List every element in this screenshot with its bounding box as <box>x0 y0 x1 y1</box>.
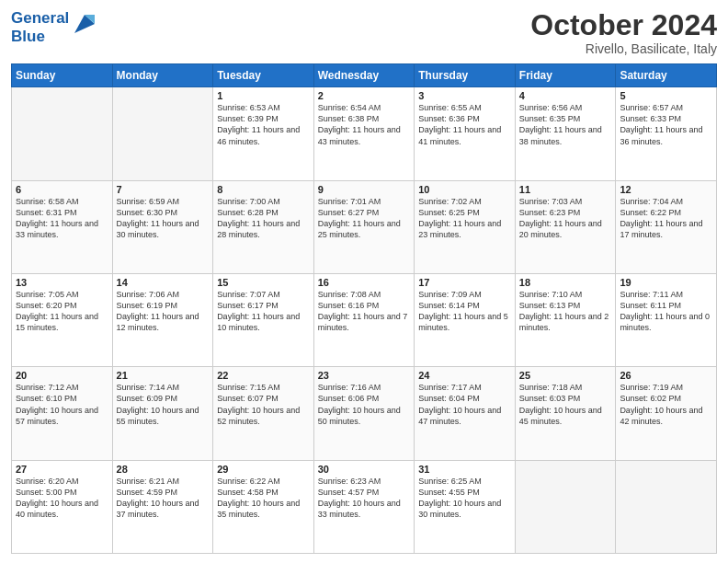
calendar-table: SundayMondayTuesdayWednesdayThursdayFrid… <box>11 63 717 554</box>
day-number: 11 <box>519 184 612 195</box>
day-info: Sunrise: 7:15 AM Sunset: 6:07 PM Dayligh… <box>217 382 310 427</box>
day-number: 19 <box>620 277 712 288</box>
logo-general: General <box>11 9 69 28</box>
day-number: 7 <box>117 184 210 195</box>
day-info: Sunrise: 7:00 AM Sunset: 6:28 PM Dayligh… <box>217 196 310 241</box>
calendar-cell: 13Sunrise: 7:05 AM Sunset: 6:20 PM Dayli… <box>12 273 113 366</box>
day-info: Sunrise: 7:09 AM Sunset: 6:14 PM Dayligh… <box>418 289 511 334</box>
calendar-cell <box>112 87 213 180</box>
calendar-cell <box>616 460 717 553</box>
day-number: 14 <box>117 277 210 288</box>
col-header-saturday: Saturday <box>616 64 717 87</box>
calendar-cell: 3Sunrise: 6:55 AM Sunset: 6:36 PM Daylig… <box>415 87 516 180</box>
calendar-week-3: 13Sunrise: 7:05 AM Sunset: 6:20 PM Dayli… <box>12 273 717 366</box>
logo-icon <box>73 11 97 40</box>
calendar-cell: 16Sunrise: 7:08 AM Sunset: 6:16 PM Dayli… <box>313 273 415 366</box>
calendar-week-5: 27Sunrise: 6:20 AM Sunset: 5:00 PM Dayli… <box>12 460 717 553</box>
calendar-cell: 30Sunrise: 6:23 AM Sunset: 4:57 PM Dayli… <box>313 460 415 553</box>
day-number: 8 <box>217 184 310 195</box>
calendar-cell: 22Sunrise: 7:15 AM Sunset: 6:07 PM Dayli… <box>213 367 314 460</box>
day-number: 18 <box>519 277 612 288</box>
day-info: Sunrise: 7:03 AM Sunset: 6:23 PM Dayligh… <box>519 196 612 241</box>
calendar-cell: 15Sunrise: 7:07 AM Sunset: 6:17 PM Dayli… <box>213 273 314 366</box>
calendar-cell: 4Sunrise: 6:56 AM Sunset: 6:35 PM Daylig… <box>515 87 616 180</box>
calendar-cell: 11Sunrise: 7:03 AM Sunset: 6:23 PM Dayli… <box>515 180 616 273</box>
day-info: Sunrise: 7:06 AM Sunset: 6:19 PM Dayligh… <box>117 289 210 334</box>
calendar-cell: 9Sunrise: 7:01 AM Sunset: 6:27 PM Daylig… <box>313 180 415 273</box>
day-number: 28 <box>117 464 210 475</box>
day-info: Sunrise: 7:17 AM Sunset: 6:04 PM Dayligh… <box>418 382 511 427</box>
col-header-friday: Friday <box>515 64 616 87</box>
location: Rivello, Basilicate, Italy <box>530 41 717 56</box>
day-info: Sunrise: 7:10 AM Sunset: 6:13 PM Dayligh… <box>519 289 612 334</box>
day-number: 4 <box>519 90 612 101</box>
page: General Blue October 2024 Rivello, Basil… <box>0 0 728 563</box>
day-info: Sunrise: 6:55 AM Sunset: 6:36 PM Dayligh… <box>418 102 511 147</box>
day-info: Sunrise: 6:54 AM Sunset: 6:38 PM Dayligh… <box>318 102 411 147</box>
calendar-cell: 25Sunrise: 7:18 AM Sunset: 6:03 PM Dayli… <box>515 367 616 460</box>
day-info: Sunrise: 7:02 AM Sunset: 6:25 PM Dayligh… <box>418 196 511 241</box>
day-info: Sunrise: 7:01 AM Sunset: 6:27 PM Dayligh… <box>318 196 411 241</box>
calendar-cell: 27Sunrise: 6:20 AM Sunset: 5:00 PM Dayli… <box>12 460 113 553</box>
day-info: Sunrise: 6:58 AM Sunset: 6:31 PM Dayligh… <box>16 196 108 241</box>
calendar-cell: 6Sunrise: 6:58 AM Sunset: 6:31 PM Daylig… <box>12 180 113 273</box>
day-number: 10 <box>418 184 511 195</box>
calendar-cell: 8Sunrise: 7:00 AM Sunset: 6:28 PM Daylig… <box>213 180 314 273</box>
day-info: Sunrise: 7:07 AM Sunset: 6:17 PM Dayligh… <box>217 289 310 334</box>
day-info: Sunrise: 6:23 AM Sunset: 4:57 PM Dayligh… <box>318 476 411 521</box>
col-header-sunday: Sunday <box>12 64 113 87</box>
calendar-cell: 29Sunrise: 6:22 AM Sunset: 4:58 PM Dayli… <box>213 460 314 553</box>
day-number: 30 <box>318 464 411 475</box>
day-number: 26 <box>620 370 712 381</box>
day-number: 24 <box>418 370 511 381</box>
day-info: Sunrise: 7:14 AM Sunset: 6:09 PM Dayligh… <box>117 382 210 427</box>
day-number: 2 <box>318 90 411 101</box>
col-header-wednesday: Wednesday <box>313 64 415 87</box>
day-number: 17 <box>418 277 511 288</box>
day-info: Sunrise: 7:11 AM Sunset: 6:11 PM Dayligh… <box>620 289 712 334</box>
calendar-cell: 21Sunrise: 7:14 AM Sunset: 6:09 PM Dayli… <box>112 367 213 460</box>
calendar-cell: 14Sunrise: 7:06 AM Sunset: 6:19 PM Dayli… <box>112 273 213 366</box>
day-info: Sunrise: 6:53 AM Sunset: 6:39 PM Dayligh… <box>217 102 310 147</box>
day-info: Sunrise: 6:20 AM Sunset: 5:00 PM Dayligh… <box>16 476 108 521</box>
col-header-thursday: Thursday <box>415 64 516 87</box>
day-number: 16 <box>318 277 411 288</box>
day-number: 12 <box>620 184 712 195</box>
calendar-week-1: 1Sunrise: 6:53 AM Sunset: 6:39 PM Daylig… <box>12 87 717 180</box>
day-info: Sunrise: 6:59 AM Sunset: 6:30 PM Dayligh… <box>117 196 210 241</box>
calendar-cell: 26Sunrise: 7:19 AM Sunset: 6:02 PM Dayli… <box>616 367 717 460</box>
day-number: 15 <box>217 277 310 288</box>
logo-blue: Blue <box>11 28 69 46</box>
day-info: Sunrise: 7:16 AM Sunset: 6:06 PM Dayligh… <box>318 382 411 427</box>
day-info: Sunrise: 6:22 AM Sunset: 4:58 PM Dayligh… <box>217 476 310 521</box>
day-info: Sunrise: 7:04 AM Sunset: 6:22 PM Dayligh… <box>620 196 712 241</box>
day-info: Sunrise: 7:18 AM Sunset: 6:03 PM Dayligh… <box>519 382 612 427</box>
day-number: 25 <box>519 370 612 381</box>
day-number: 23 <box>318 370 411 381</box>
day-number: 3 <box>418 90 511 101</box>
day-number: 29 <box>217 464 310 475</box>
calendar-cell: 1Sunrise: 6:53 AM Sunset: 6:39 PM Daylig… <box>213 87 314 180</box>
calendar-cell: 28Sunrise: 6:21 AM Sunset: 4:59 PM Dayli… <box>112 460 213 553</box>
calendar-cell: 31Sunrise: 6:25 AM Sunset: 4:55 PM Dayli… <box>415 460 516 553</box>
calendar-week-2: 6Sunrise: 6:58 AM Sunset: 6:31 PM Daylig… <box>12 180 717 273</box>
day-number: 9 <box>318 184 411 195</box>
calendar-week-4: 20Sunrise: 7:12 AM Sunset: 6:10 PM Dayli… <box>12 367 717 460</box>
header: General Blue October 2024 Rivello, Basil… <box>11 9 717 56</box>
calendar-cell <box>12 87 113 180</box>
day-info: Sunrise: 7:05 AM Sunset: 6:20 PM Dayligh… <box>16 289 108 334</box>
day-number: 13 <box>16 277 108 288</box>
calendar-cell: 2Sunrise: 6:54 AM Sunset: 6:38 PM Daylig… <box>313 87 415 180</box>
day-number: 5 <box>620 90 712 101</box>
calendar-cell <box>515 460 616 553</box>
day-info: Sunrise: 6:57 AM Sunset: 6:33 PM Dayligh… <box>620 102 712 147</box>
day-number: 20 <box>16 370 108 381</box>
col-header-monday: Monday <box>112 64 213 87</box>
day-info: Sunrise: 6:56 AM Sunset: 6:35 PM Dayligh… <box>519 102 612 147</box>
calendar-cell: 19Sunrise: 7:11 AM Sunset: 6:11 PM Dayli… <box>616 273 717 366</box>
logo: General Blue <box>11 9 97 45</box>
calendar-cell: 5Sunrise: 6:57 AM Sunset: 6:33 PM Daylig… <box>616 87 717 180</box>
day-number: 21 <box>117 370 210 381</box>
calendar-cell: 20Sunrise: 7:12 AM Sunset: 6:10 PM Dayli… <box>12 367 113 460</box>
calendar-cell: 10Sunrise: 7:02 AM Sunset: 6:25 PM Dayli… <box>415 180 516 273</box>
